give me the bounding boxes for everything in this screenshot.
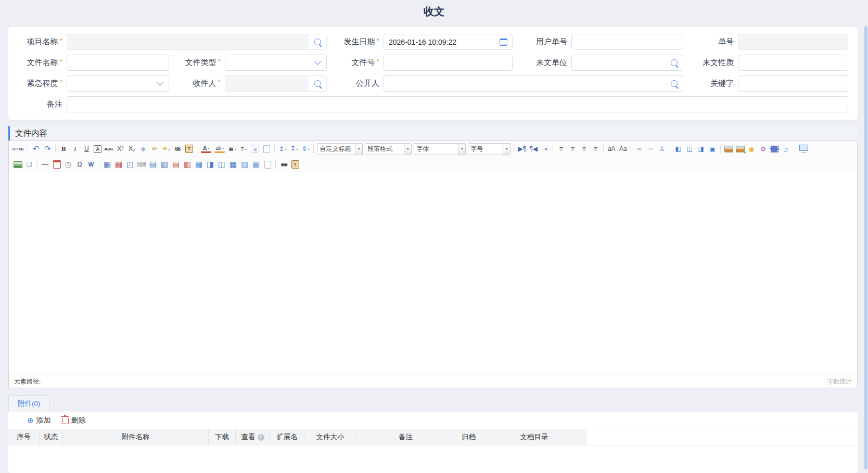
image-align-right-icon[interactable]: ◨	[696, 144, 706, 154]
auto-typeset-icon[interactable]: ✳▾	[161, 144, 171, 154]
word-import-icon[interactable]: W	[86, 159, 96, 170]
insert-video-icon[interactable]	[769, 144, 780, 154]
merge-down-icon[interactable]: ◫	[216, 159, 227, 170]
font-size-select[interactable]: 字号▾	[468, 143, 510, 155]
split-cols-icon[interactable]: ▦	[251, 159, 261, 170]
insert-time-icon[interactable]: ◷	[63, 159, 73, 170]
align-left-icon[interactable]: ≡	[556, 144, 566, 154]
dropdown-caret-icon[interactable]: ▾	[245, 147, 247, 151]
insert-date-icon[interactable]	[52, 159, 62, 170]
add-attachment-button[interactable]: ⊕ 添加	[27, 416, 51, 425]
special-chars-icon[interactable]: Ω	[74, 159, 85, 170]
insert-music-icon[interactable]: ♫	[781, 144, 791, 154]
split-cells-icon[interactable]: ▩	[228, 159, 238, 170]
ltr-paragraph-icon[interactable]: ▶¶	[517, 144, 527, 154]
dropdown-caret-icon[interactable]: ▾	[222, 146, 224, 150]
chevron-icon[interactable]	[151, 76, 169, 91]
insert-table-icon[interactable]: ▦	[102, 159, 112, 170]
insert-col-icon[interactable]: ▥	[159, 159, 170, 170]
dropdown-caret-icon[interactable]: ▾	[208, 146, 210, 150]
info-icon[interactable]: i	[258, 434, 264, 441]
to-lowercase-icon[interactable]: Aa	[618, 144, 628, 154]
indent-icon[interactable]: ⇥	[540, 144, 550, 154]
recipient-input[interactable]	[225, 75, 327, 92]
paragraph-spacing-bottom-icon[interactable]: ↧▾	[289, 144, 299, 154]
delete-row-icon[interactable]: ▤	[171, 159, 181, 170]
merge-cells-icon[interactable]: ▦	[194, 159, 204, 170]
calendar-icon[interactable]	[494, 34, 512, 49]
image-align-left-icon[interactable]: ◧	[673, 144, 683, 154]
publisher-input[interactable]	[384, 75, 683, 92]
redo-icon[interactable]: ↷	[42, 144, 53, 154]
blockquote-icon[interactable]: 66	[172, 144, 183, 154]
paste-icon[interactable]: T	[290, 159, 300, 170]
bullet-list-icon[interactable]: ≡▾	[238, 144, 249, 154]
paragraph-format-select[interactable]: 段落格式▾	[365, 143, 412, 155]
undo-icon[interactable]: ↶	[31, 144, 41, 154]
source-code-icon[interactable]: HTML	[12, 144, 25, 154]
align-right-icon[interactable]: ≡	[579, 144, 589, 154]
source-unit-input[interactable]	[571, 55, 683, 71]
find-replace-icon[interactable]: ◉◉	[278, 159, 289, 170]
search-icon[interactable]	[665, 76, 683, 91]
link-icon[interactable]: ∞	[634, 144, 644, 154]
paste-text-icon[interactable]: T	[184, 144, 194, 154]
align-justify-icon[interactable]: ≡	[590, 144, 601, 154]
font-border-icon[interactable]: A	[94, 145, 101, 153]
subscript-icon[interactable]: X₂	[126, 144, 137, 154]
dropdown-caret-icon[interactable]: ▾	[458, 144, 465, 155]
dropdown-caret-icon[interactable]: ▾	[235, 147, 236, 151]
search-icon[interactable]	[665, 55, 683, 70]
align-center-icon[interactable]: ≡	[567, 144, 578, 154]
project-name-input[interactable]	[67, 34, 327, 50]
emoticon-icon[interactable]: ☻	[746, 144, 757, 154]
strikethrough-icon[interactable]: ABC	[104, 144, 114, 154]
format-brush-icon[interactable]: ✏	[149, 144, 160, 154]
insert-image-icon[interactable]	[723, 144, 734, 154]
editor-body[interactable]	[9, 172, 857, 375]
insert-paragraph-before-table-icon[interactable]: ⌨	[136, 159, 147, 170]
superscript-icon[interactable]: X²	[115, 144, 125, 154]
dropdown-caret-icon[interactable]: ▾	[404, 144, 411, 155]
preview-screen-icon[interactable]	[798, 144, 809, 154]
ordered-list-icon[interactable]: ≣▾	[227, 144, 237, 154]
blank-doc-icon[interactable]	[261, 144, 272, 154]
user-order-no-input[interactable]	[571, 34, 683, 50]
font-color-icon[interactable]: A▾	[201, 145, 211, 153]
dropdown-caret-icon[interactable]: ▾	[355, 144, 362, 155]
insert-row-icon[interactable]: ▤	[148, 159, 158, 170]
split-rows-icon[interactable]: ▥	[239, 159, 250, 170]
file-name-input[interactable]	[67, 55, 169, 71]
bold-icon[interactable]: B	[58, 144, 69, 154]
file-type-input[interactable]	[225, 55, 327, 71]
underline-icon[interactable]: U	[81, 144, 92, 154]
occur-date-input[interactable]: 2026-01-16 10:09:22	[384, 34, 513, 50]
unlink-icon[interactable]: ∞	[645, 144, 656, 154]
tab-attachments[interactable]: 附件(0)	[8, 395, 50, 412]
delete-table-icon[interactable]: ▦	[113, 159, 124, 170]
dropdown-caret-icon[interactable]: ▾	[503, 144, 510, 155]
anchor-text-icon[interactable]: a	[251, 145, 259, 153]
merge-right-icon[interactable]: ◨	[205, 159, 215, 170]
dropdown-caret-icon[interactable]: ▾	[297, 147, 298, 151]
order-no-input[interactable]	[738, 34, 848, 50]
paragraph-spacing-top-icon[interactable]: ↥▾	[277, 144, 288, 154]
multi-image-icon[interactable]	[735, 144, 745, 154]
horizontal-rule-icon[interactable]: —	[40, 159, 50, 170]
italic-icon[interactable]: I	[70, 144, 80, 154]
delete-col-icon[interactable]: ▥	[182, 159, 193, 170]
urgency-input[interactable]	[67, 75, 169, 92]
dropdown-caret-icon[interactable]: ▾	[285, 147, 287, 151]
font-family-select[interactable]: 字体▾	[414, 143, 466, 155]
image-inline-icon[interactable]: ▣	[707, 144, 718, 154]
custom-title-select[interactable]: 自定义标题▾	[317, 143, 363, 155]
table-title-icon[interactable]: ◰	[125, 159, 135, 170]
anchor-icon[interactable]: ⚓	[657, 144, 667, 154]
dropdown-caret-icon[interactable]: ▾	[169, 147, 170, 151]
map-icon[interactable]	[12, 159, 23, 170]
line-height-icon[interactable]: ⇕▾	[300, 144, 311, 154]
page-break-icon[interactable]	[262, 159, 273, 170]
highlight-color-icon[interactable]: ab▾	[214, 145, 225, 153]
delete-attachment-button[interactable]: 删除	[62, 416, 86, 425]
to-uppercase-icon[interactable]: aA	[606, 144, 617, 154]
